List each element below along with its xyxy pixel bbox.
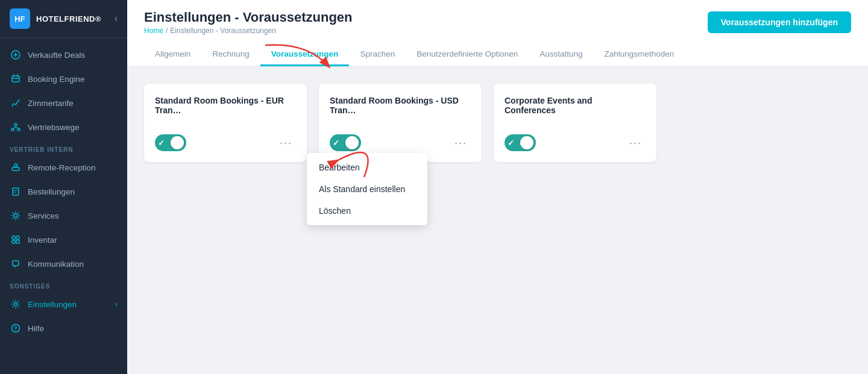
sidebar-label-kommunikation: Kommunikation: [28, 260, 84, 269]
svg-point-6: [14, 164, 17, 167]
chevron-right-icon: ›: [115, 300, 118, 308]
cards-row: Standard Room Bookings - EUR Tran… ✓ ···…: [144, 84, 851, 162]
sidebar-item-kommunikation[interactable]: Kommunikation: [0, 252, 127, 276]
card-3-toggle[interactable]: ✓: [505, 134, 536, 151]
header-title-group: Einstellungen - Voraussetzungen Home / E…: [144, 10, 353, 35]
card-1-menu-button[interactable]: ···: [276, 136, 296, 151]
sidebar: HF HOTELFRIEND® ‹ Verkaufte Deals Bookin…: [0, 0, 127, 374]
sidebar-item-hilfe[interactable]: Hilfe: [0, 316, 127, 340]
toggle-3-knob: [520, 136, 533, 149]
toggle-2-knob: [345, 136, 359, 149]
tab-benutzerdefinierte-optionen[interactable]: Benutzerdefinierte Optionen: [406, 43, 529, 66]
toggle-1-check-icon: ✓: [158, 139, 165, 148]
services-icon: [10, 210, 22, 222]
main-header: Einstellungen - Voraussetzungen Home / E…: [127, 0, 868, 67]
logo-box: HF: [10, 8, 30, 29]
card-1-toggle[interactable]: ✓: [155, 134, 186, 151]
tab-zahlungsmethoden[interactable]: Zahlungsmethoden: [594, 43, 685, 66]
dropdown-menu: Bearbeiten Als Standard einstellen Lösch…: [307, 153, 427, 225]
card-2-menu-button[interactable]: ···: [451, 136, 471, 151]
svg-rect-9: [12, 236, 15, 239]
tab-sprachen[interactable]: Sprachen: [349, 43, 406, 66]
sidebar-label-zimmertarife: Zimmertarife: [28, 99, 74, 108]
breadcrumb-separator: /: [166, 26, 168, 35]
help-icon: [10, 322, 22, 334]
inventar-icon: [10, 234, 22, 246]
card-3-footer: ✓ ···: [505, 134, 646, 151]
reception-icon: [10, 161, 22, 173]
sidebar-item-booking-engine[interactable]: Booking Engine: [0, 67, 127, 91]
sidebar-label-hilfe: Hilfe: [28, 324, 44, 333]
sidebar-label-remote-reception: Remote-Reception: [28, 163, 96, 172]
sidebar-item-remote-reception[interactable]: Remote-Reception: [0, 155, 127, 179]
sidebar-item-services[interactable]: Services: [0, 204, 127, 228]
breadcrumb-home[interactable]: Home: [144, 26, 163, 35]
svg-rect-7: [13, 188, 19, 195]
header-top: Einstellungen - Voraussetzungen Home / E…: [144, 10, 851, 35]
svg-point-2: [14, 123, 17, 126]
content-area: Standard Room Bookings - EUR Tran… ✓ ···…: [127, 67, 868, 374]
card-2-footer: ✓ ···: [330, 134, 471, 151]
tab-allgemein[interactable]: Allgemein: [144, 43, 201, 66]
breadcrumb-current: Einstellungen - Voraussetzungen: [170, 26, 275, 35]
page-title: Einstellungen - Voraussetzungen: [144, 10, 353, 25]
tabs-bar: Allgemein Rechnung Voraussetzungen Sprac…: [144, 43, 851, 66]
add-voraussetzung-button[interactable]: Voraussetzungen hinzufügen: [708, 11, 851, 33]
tab-ausstattung[interactable]: Ausstattung: [529, 43, 593, 66]
tab-rechnung[interactable]: Rechnung: [201, 43, 260, 66]
tag-icon: [10, 49, 22, 61]
card-2-title: Standard Room Bookings - USD Tran…: [330, 96, 471, 117]
sidebar-item-zimmertarife[interactable]: Zimmertarife: [0, 91, 127, 115]
svg-rect-5: [12, 167, 19, 170]
svg-point-15: [15, 330, 16, 331]
chart-icon: [10, 97, 22, 109]
sidebar-nav: Verkaufte Deals Booking Engine Zimmertar…: [0, 38, 127, 374]
main-content: Einstellungen - Voraussetzungen Home / E…: [127, 0, 868, 374]
svg-point-13: [14, 303, 17, 306]
card-2-toggle[interactable]: ✓: [330, 134, 361, 151]
card-2: Standard Room Bookings - USD Tran… ✓ ···: [319, 84, 482, 162]
svg-rect-12: [16, 240, 19, 243]
svg-rect-11: [12, 240, 15, 243]
sidebar-item-bestellungen[interactable]: Bestellungen: [0, 179, 127, 204]
logo-abbr: HF: [14, 14, 25, 23]
svg-point-4: [17, 128, 20, 131]
sidebar-label-vertriebswege: Vertriebswege: [28, 123, 80, 132]
section-vertrieb-intern: VERTRIEB INTERN: [0, 139, 127, 155]
sidebar-label-bestellungen: Bestellungen: [28, 187, 75, 196]
sidebar-label-booking-engine: Booking Engine: [28, 75, 85, 84]
svg-rect-1: [12, 76, 19, 82]
svg-rect-10: [16, 236, 19, 239]
sidebar-item-inventar[interactable]: Inventar: [0, 228, 127, 252]
network-icon: [10, 121, 22, 133]
orders-icon: [10, 185, 22, 198]
card-1-title: Standard Room Bookings - EUR Tran…: [155, 96, 296, 117]
dropdown-item-loeschen[interactable]: Löschen: [307, 200, 427, 222]
booking-icon: [10, 73, 22, 85]
settings-icon: [10, 298, 22, 310]
svg-point-8: [14, 214, 17, 217]
sidebar-label-einstellungen: Einstellungen: [28, 300, 77, 309]
sidebar-collapse-icon[interactable]: ‹: [115, 13, 118, 24]
card-3-menu-button[interactable]: ···: [626, 136, 646, 151]
sidebar-label-inventar: Inventar: [28, 235, 57, 245]
sidebar-label-verkaufte-deals: Verkaufte Deals: [28, 51, 85, 60]
sidebar-item-vertriebswege[interactable]: Vertriebswege: [0, 115, 127, 139]
sidebar-item-verkaufte-deals[interactable]: Verkaufte Deals: [0, 43, 127, 67]
section-sonstiges: SONSTIGES: [0, 276, 127, 292]
toggle-3-check-icon: ✓: [508, 139, 514, 148]
logo-text: HOTELFRIEND®: [36, 14, 101, 23]
sidebar-label-services: Services: [28, 211, 59, 220]
toggle-2-check-icon: ✓: [333, 139, 339, 148]
card-3-title: Corporate Events and Conferences: [505, 96, 646, 117]
sidebar-item-einstellungen[interactable]: Einstellungen ›: [0, 292, 127, 316]
card-3: Corporate Events and Conferences ✓ ···: [494, 84, 656, 162]
tab-voraussetzungen[interactable]: Voraussetzungen: [260, 43, 350, 66]
dropdown-item-bearbeiten[interactable]: Bearbeiten: [307, 157, 427, 178]
dropdown-item-als-standard[interactable]: Als Standard einstellen: [307, 178, 427, 200]
kommunikation-icon: [10, 258, 22, 270]
card-1: Standard Room Bookings - EUR Tran… ✓ ···: [144, 84, 307, 162]
toggle-1-knob: [171, 136, 184, 149]
sidebar-logo: HF HOTELFRIEND® ‹: [0, 0, 127, 38]
card-1-footer: ✓ ···: [155, 134, 296, 151]
